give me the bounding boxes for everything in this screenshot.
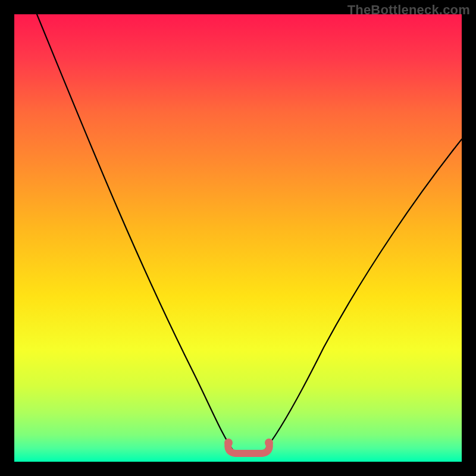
- bottleneck-chart: [14, 14, 462, 462]
- watermark-text: TheBottleneck.com: [347, 2, 470, 18]
- bottleneck-curve-path: [37, 14, 462, 452]
- optimal-region-right-dot: [265, 439, 273, 447]
- optimal-region-left-dot: [224, 439, 233, 447]
- optimal-region-marker: [228, 443, 270, 453]
- chart-plot-area: [14, 14, 462, 462]
